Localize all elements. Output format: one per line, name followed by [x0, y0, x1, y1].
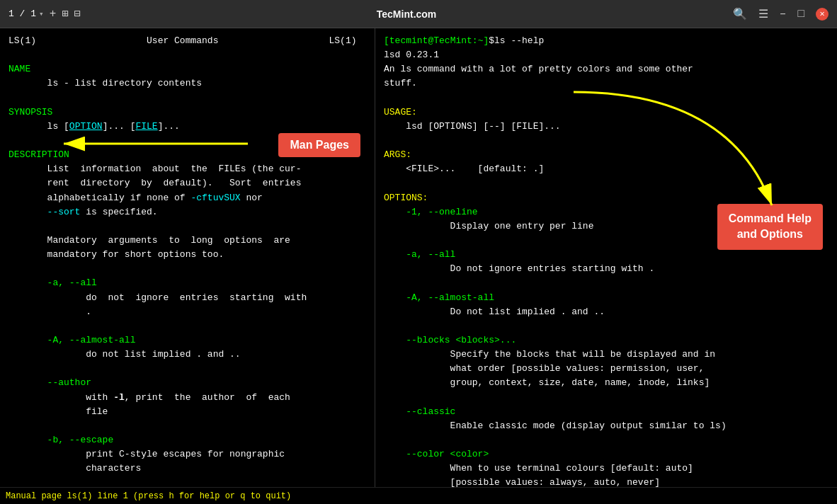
manpages-annotation: Man Pages: [278, 133, 360, 157]
tab-text: 1 / 1: [8, 8, 36, 19]
name-text: ls - list directory contents: [8, 78, 202, 88]
opt-a-desc: do not ignore entries starting with: [8, 292, 307, 303]
desc4b: is specified.: [80, 207, 157, 217]
option-text: OPTION: [69, 121, 103, 132]
tab-dropdown-icon[interactable]: ▾: [39, 9, 44, 18]
opt-oneline: -1, --oneline: [384, 207, 478, 217]
prompt-bracket: [: [384, 35, 389, 46]
left-content: LS(1) User Commands LS(1) NAME ls - list…: [8, 34, 366, 487]
title-bar-right: 🔍 ☰ – □ ✕: [733, 7, 829, 21]
right-panel: [tecmint@TecMint:~]$ls --help lsd 0.23.1…: [375, 28, 837, 487]
file-text: FILE: [135, 121, 157, 132]
opt-blocks-desc3: group, context, size, date, name, inode,…: [384, 377, 710, 388]
desc3b: nor: [241, 193, 263, 203]
opt-classic: --classic: [384, 406, 455, 417]
opt-author-l: -l: [113, 392, 125, 403]
title-bar-left: 1 / 1 ▾ + ⊞ ⊟: [8, 7, 80, 21]
opt-color: --color <color>: [384, 449, 489, 459]
opt-author: --author: [8, 377, 91, 388]
opt-color-desc1: When to use terminal colours [default: a…: [384, 463, 693, 474]
opt-b-desc2: characters: [8, 463, 141, 474]
opt-author-desc: with: [8, 392, 113, 403]
options-label: OPTIONS:: [384, 193, 428, 203]
cftuvSUX-option: -cftuvSUX: [190, 193, 240, 203]
opt-a: -a, --all: [8, 277, 97, 288]
close-icon: ✕: [819, 8, 824, 19]
synopsis-label: SYNOPSIS: [8, 107, 52, 118]
lsd-version: lsd 0.23.1: [384, 50, 439, 60]
desc1: List information about the FILEs (the cu…: [8, 164, 301, 174]
right-opt-a-desc: Do not ignore entries starting with .: [384, 263, 654, 274]
left-panel: LS(1) User Commands LS(1) NAME ls - list…: [0, 28, 375, 487]
man-header: LS(1) User Commands LS(1): [8, 35, 356, 46]
desc5: Mandatory arguments to long options are: [8, 235, 290, 246]
right-opt-a: -a, --all: [384, 249, 455, 260]
main-content: LS(1) User Commands LS(1) NAME ls - list…: [0, 28, 837, 487]
maximize-button[interactable]: □: [797, 8, 804, 21]
desc4a: [8, 207, 47, 217]
new-tab-button[interactable]: +: [50, 8, 57, 21]
right-content: [tecmint@TecMint:~]$ls --help lsd 0.23.1…: [384, 34, 829, 487]
opt-blocks: --blocks <blocks>...: [384, 335, 516, 345]
opt-author-desc3: file: [8, 406, 108, 417]
desc3: alphabetically if none of: [8, 193, 190, 203]
description-label: DESCRIPTION: [8, 149, 69, 160]
right-opt-A: -A, --almost-all: [384, 292, 494, 303]
desc6: mandatory for short options too.: [8, 249, 224, 260]
opt-blocks-desc2: what order [possible values: permission,…: [384, 363, 704, 374]
status-text: Manual page ls(1) line 1 (press h for he…: [6, 491, 291, 501]
close-button[interactable]: ✕: [816, 8, 829, 21]
lsd-desc2: stuff.: [384, 78, 417, 88]
window-title: TecMint.com: [377, 8, 437, 20]
opt-color-desc2: [possible values: always, auto, never]: [384, 477, 660, 487]
prompt-user: tecmint@TecMint:~: [389, 35, 484, 46]
cmdhelp-annotation: Command Helpand Options: [717, 204, 823, 250]
opt-blocks-desc1: Specify the blocks that will be displaye…: [384, 349, 715, 360]
status-bar: Manual page ls(1) line 1 (press h for he…: [0, 487, 837, 504]
name-label: NAME: [8, 64, 30, 74]
right-opt-A-desc: Do not list implied . and ..: [384, 307, 605, 317]
search-icon[interactable]: 🔍: [733, 7, 747, 21]
sort-option: --sort: [47, 207, 81, 217]
opt-oneline-desc: Display one entry per line: [384, 221, 593, 231]
detach-icon[interactable]: ⊞: [62, 7, 68, 21]
opt-A: -A, --almost-all: [8, 335, 135, 345]
opt-classic-desc: Enable classic mode (display output simi…: [384, 420, 727, 431]
minimize-button[interactable]: –: [780, 8, 787, 21]
lsd-desc1: An ls command with a lot of pretty color…: [384, 64, 693, 74]
prompt-dollar: $ls --help: [489, 35, 544, 46]
desc2: rent directory by default). Sort entries: [8, 178, 301, 188]
menu-icon[interactable]: ☰: [758, 7, 768, 21]
opt-author-desc2: , print the author of each: [125, 392, 290, 403]
usage-label: USAGE:: [384, 107, 417, 118]
args-text: <FILE>... [default: .]: [384, 164, 544, 174]
usage-text: lsd [OPTIONS] [--] [FILE]...: [384, 121, 561, 132]
split-icon[interactable]: ⊟: [74, 7, 80, 21]
opt-b-desc: print C-style escapes for nongraphic: [8, 449, 285, 459]
opt-b: -b, --escape: [8, 435, 113, 445]
title-bar: 1 / 1 ▾ + ⊞ ⊟ TecMint.com 🔍 ☰ – □ ✕: [0, 0, 837, 28]
tab-info[interactable]: 1 / 1 ▾: [8, 8, 44, 19]
args-label: ARGS:: [384, 149, 411, 160]
opt-a-desc2: .: [8, 307, 91, 317]
opt-A-desc: do not list implied . and ..: [8, 349, 241, 360]
